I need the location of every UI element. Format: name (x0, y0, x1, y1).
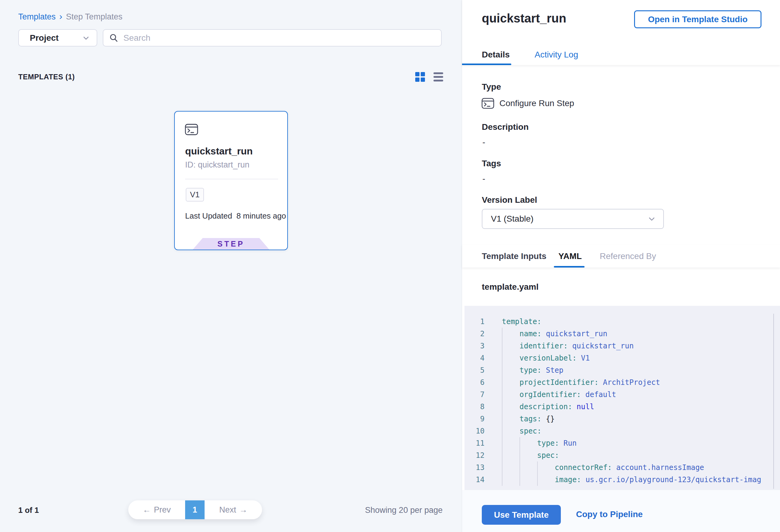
yaml-editor[interactable]: 1template:2name: quickstart_run3identifi… (465, 306, 780, 490)
tab-template-inputs[interactable]: Template Inputs (482, 245, 546, 268)
terminal-icon (481, 97, 495, 110)
code-line: 10spec: (465, 425, 780, 437)
next-label: Next (219, 505, 236, 515)
last-updated: Last Updated 8 minutes ago (185, 211, 286, 221)
version-select[interactable]: V1 (Stable) (482, 209, 664, 229)
version-label: Version Label (482, 195, 537, 205)
yaml-file-name: template.yaml (482, 282, 539, 292)
type-value-row: Configure Run Step (481, 97, 574, 110)
active-subtab-indicator (554, 266, 585, 268)
pagination-control: ← Prev 1 Next → (128, 500, 262, 519)
prev-label: Prev (154, 505, 171, 515)
details-header: quickstart_run Open in Template Studio D… (462, 0, 780, 65)
code-line: 14image: us.gcr.io/playground-123/quicks… (465, 474, 780, 486)
breadcrumb-templates-link[interactable]: Templates (18, 12, 56, 21)
arrow-left-icon: ← (143, 505, 151, 515)
version-badge: V1 (186, 188, 204, 201)
search-box (103, 29, 442, 47)
code-line: 8description: null (465, 401, 780, 413)
prev-page-button[interactable]: ← Prev (128, 500, 185, 519)
code-line: 4versionLabel: V1 (465, 352, 780, 364)
details-tabbar: Details Activity Log (482, 50, 578, 60)
search-input[interactable] (124, 33, 436, 43)
templates-list-panel: Templates › Step Templates Project TEMPL… (0, 0, 461, 532)
active-tab-indicator (462, 63, 511, 65)
version-select-value: V1 (Stable) (491, 214, 533, 224)
tab-details[interactable]: Details (482, 50, 510, 60)
scope-select[interactable]: Project (18, 29, 97, 47)
arrow-right-icon: → (239, 505, 247, 515)
templates-header: TEMPLATES (1) (18, 72, 443, 82)
description-label: Description (482, 122, 529, 132)
card-divider (185, 179, 278, 179)
use-template-button[interactable]: Use Template (482, 505, 561, 525)
step-type-badge: STEP (193, 238, 269, 250)
description-value: - (482, 137, 485, 147)
template-card-id: ID: quickstart_run (185, 160, 250, 170)
code-line: 2name: quickstart_run (465, 328, 780, 340)
code-line: 6projectIdentifier: ArchitProject (465, 376, 780, 389)
code-line: 3identifier: quickstart_run (465, 340, 780, 352)
code-line: 13connectorRef: account.harnessImage (465, 462, 780, 474)
editor-scrollbar[interactable] (773, 314, 774, 489)
code-line: 9tags: {} (465, 413, 780, 425)
chevron-down-icon (647, 214, 656, 223)
current-page-button[interactable]: 1 (185, 500, 205, 519)
tags-label: Tags (482, 159, 501, 168)
breadcrumb-chevron-icon: › (59, 12, 62, 21)
list-view-icon[interactable] (434, 72, 443, 82)
type-label: Type (482, 82, 501, 92)
templates-count: TEMPLATES (1) (18, 72, 75, 81)
code-line: 5type: Step (465, 364, 780, 376)
code-line: 7orgIdentifier: default (465, 389, 780, 401)
details-title: quickstart_run (482, 11, 566, 25)
breadcrumb: Templates › Step Templates (18, 12, 123, 21)
view-toggles (415, 72, 443, 82)
scope-select-value: Project (30, 33, 59, 43)
tab-yaml[interactable]: YAML (558, 245, 582, 268)
grid-view-icon[interactable] (415, 72, 425, 82)
details-subtabbar: Template Inputs YAML Referenced By (462, 245, 780, 268)
per-page-summary: Showing 20 per page (334, 505, 443, 515)
terminal-icon (185, 123, 198, 137)
template-details-panel: quickstart_run Open in Template Studio D… (462, 0, 780, 532)
chevron-down-icon (82, 34, 90, 42)
breadcrumb-current: Step Templates (66, 12, 123, 21)
type-value: Configure Run Step (499, 98, 574, 108)
code-line: 11type: Run (465, 437, 780, 449)
template-card-title: quickstart_run (185, 146, 253, 157)
last-updated-value: 8 minutes ago (237, 211, 286, 221)
open-in-template-studio-button[interactable]: Open in Template Studio (634, 10, 762, 28)
code-lines: 1template:2name: quickstart_run3identifi… (465, 316, 780, 486)
page-count: 1 of 1 (18, 505, 39, 515)
copy-to-pipeline-link[interactable]: Copy to Pipeline (576, 510, 643, 519)
tags-value: - (482, 174, 485, 184)
template-card[interactable]: quickstart_run ID: quickstart_run V1 Las… (174, 111, 288, 250)
search-icon (109, 33, 118, 43)
code-line: 12spec: (465, 449, 780, 462)
tab-activity-log[interactable]: Activity Log (535, 50, 578, 60)
code-line: 1template: (465, 316, 780, 328)
tab-referenced-by[interactable]: Referenced By (600, 245, 656, 268)
next-page-button[interactable]: Next → (205, 500, 262, 519)
last-updated-label: Last Updated (185, 211, 232, 221)
